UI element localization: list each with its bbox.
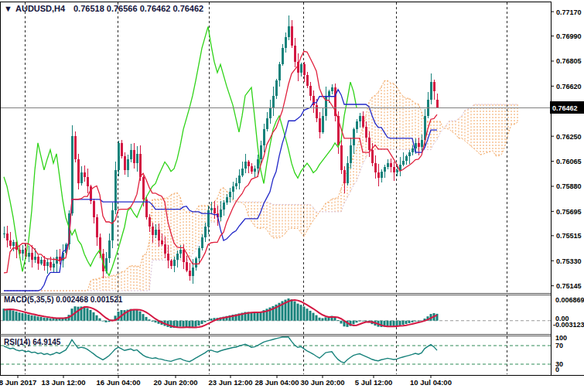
time-axis-label: 28 Jun 04:00: [254, 378, 299, 387]
macd-histogram-bar: [396, 321, 398, 326]
chart-title: AUDUSD,H4: [15, 4, 66, 13]
candle-body: [291, 26, 293, 46]
macd-histogram-bar: [362, 321, 364, 322]
time-axis-label: 23 Jun 12:00: [208, 378, 252, 387]
candle-body: [408, 152, 411, 156]
candle-body: [186, 262, 188, 271]
price-axis-label: 0.76620: [556, 83, 582, 90]
macd-histogram-bar: [340, 321, 343, 324]
macd-histogram-bar: [316, 315, 318, 321]
candle-body: [192, 268, 194, 276]
macd-histogram-bar: [291, 299, 293, 321]
candle-body: [238, 176, 241, 184]
candle-body: [53, 264, 55, 268]
candle-body: [220, 210, 222, 218]
candle-body: [3, 233, 5, 234]
candle-body: [275, 80, 278, 95]
macd-histogram-bar: [415, 321, 417, 322]
macd-histogram-bar: [390, 321, 392, 326]
price-axis-label: 0.76805: [556, 57, 582, 65]
candle-body: [278, 64, 281, 80]
macd-histogram-bar: [124, 310, 126, 321]
macd-histogram-bar: [198, 321, 200, 326]
candle-body: [34, 257, 36, 260]
current-price-value: 0.76462: [552, 104, 578, 112]
candle-body: [350, 145, 352, 163]
time-axis-label: 13 Jun 12:00: [41, 378, 85, 387]
candle-body: [142, 177, 145, 200]
macd-histogram-bar: [195, 321, 197, 327]
candle-body: [173, 260, 176, 267]
candle-body: [133, 150, 135, 164]
candle-body: [201, 237, 203, 248]
macd-histogram-bar: [105, 321, 108, 322]
macd-histogram-bar: [408, 321, 411, 323]
candle-body: [266, 118, 268, 129]
macd-histogram-bar: [139, 312, 142, 321]
macd-histogram-bar: [40, 317, 43, 321]
candle-body: [226, 197, 228, 203]
candle-body: [285, 37, 287, 48]
candle-body: [96, 217, 98, 237]
candle-body: [384, 167, 386, 171]
time-axis-label: 8 Jun 2017: [0, 378, 36, 387]
candle-body: [309, 86, 312, 95]
macd-histogram-bar: [99, 319, 101, 321]
candle-body: [155, 230, 157, 235]
candle-body: [12, 242, 15, 246]
macd-histogram-bar: [22, 313, 24, 321]
candle-body: [254, 169, 256, 172]
candle-body: [40, 260, 43, 264]
candle-body: [232, 186, 234, 192]
candle-body: [183, 250, 185, 262]
candle-body: [353, 129, 355, 145]
candle-body: [390, 163, 392, 167]
macd-histogram-bar: [204, 321, 207, 322]
candle-body: [114, 170, 117, 211]
candle-body: [347, 163, 349, 183]
rsi-axis-label: 70: [555, 342, 563, 349]
macd-histogram-bar: [359, 321, 361, 322]
time-axis-label: 16 Jun 04:00: [96, 378, 140, 387]
price-axis-label: 0.77170: [556, 9, 582, 16]
time-axis-label: 30 Jun 20:00: [300, 378, 344, 387]
macd-histogram-bar: [19, 312, 21, 321]
candle-body: [241, 169, 244, 176]
macd-histogram-bar: [155, 321, 157, 322]
candle-body: [331, 87, 333, 91]
candle-body: [121, 143, 123, 157]
candle-body: [393, 167, 395, 172]
candle-body: [195, 258, 197, 268]
macd-histogram-bar: [251, 312, 253, 321]
macd-axis-min: -0.003123: [553, 321, 584, 329]
candle-body: [316, 105, 318, 119]
macd-histogram-bar: [84, 307, 86, 321]
candle-body: [340, 145, 343, 170]
macd-histogram-bar: [90, 310, 92, 321]
price-axis-label: 0.76250: [556, 133, 582, 141]
candle-body: [368, 138, 371, 150]
candle-body: [80, 172, 83, 183]
candle-body: [189, 271, 191, 276]
macd-histogram-bar: [93, 312, 95, 321]
rsi-axis-label: 100: [555, 334, 567, 342]
candle-body: [161, 240, 163, 244]
macd-histogram-bar: [303, 307, 306, 321]
candle-body: [303, 64, 306, 75]
ohlc-readout: 0.76518 0.76566 0.76462 0.76462: [73, 4, 203, 13]
candle-body: [46, 262, 49, 266]
macd-histogram-bar: [309, 311, 312, 321]
price-chart-canvas[interactable]: 0.771700.769900.768050.766200.764350.762…: [0, 0, 584, 392]
candle-body: [108, 240, 111, 258]
macd-histogram-bar: [183, 321, 185, 327]
candle-body: [158, 230, 160, 240]
candle-body: [149, 217, 151, 227]
rsi-axis-label: 0: [555, 366, 559, 373]
candle-body: [87, 177, 89, 186]
macd-histogram-bar: [108, 321, 111, 322]
price-axis-label: 0.75880: [556, 182, 582, 190]
macd-histogram-bar: [300, 305, 302, 321]
candle-body: [6, 233, 9, 240]
candle-body: [164, 244, 166, 254]
candle-body: [43, 260, 46, 267]
